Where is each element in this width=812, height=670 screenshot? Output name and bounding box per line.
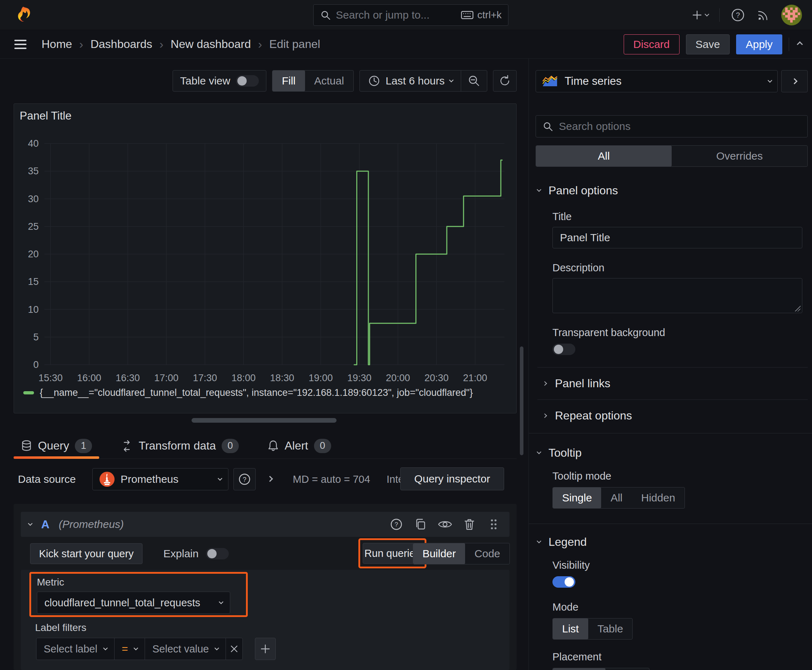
metric-select[interactable]: cloudflared_tunnel_total_requests	[37, 592, 230, 614]
series-color-swatch[interactable]	[23, 391, 34, 394]
remove-filter-button[interactable]	[225, 638, 243, 660]
all-tab[interactable]: All	[536, 146, 672, 166]
legend-visibility-toggle[interactable]	[553, 576, 575, 588]
legend-header[interactable]: Legend	[537, 535, 812, 549]
menu-icon[interactable]	[14, 40, 27, 49]
table-view-toggle[interactable]	[236, 75, 259, 86]
legend-table-option[interactable]: Table	[588, 618, 632, 639]
drag-query-handle[interactable]	[486, 516, 502, 532]
user-avatar[interactable]	[781, 5, 802, 25]
fill-option[interactable]: Fill	[273, 71, 305, 91]
tooltip-header[interactable]: Tooltip	[537, 446, 812, 460]
description-label: Description	[553, 262, 812, 274]
metric-label: Metric	[37, 577, 240, 588]
tooltip-all-option[interactable]: All	[601, 487, 632, 508]
tooltip-hidden-option[interactable]: Hidden	[632, 487, 685, 508]
chevron-down-icon	[219, 599, 224, 604]
panel-links-label: Panel links	[555, 377, 610, 390]
tab-transform-data[interactable]: Transform data 0	[114, 433, 246, 459]
operator-dropdown[interactable]: =	[114, 638, 145, 660]
max-datapoints-stat: MD = auto = 704	[293, 474, 370, 485]
panel-options-header[interactable]: Panel options	[537, 184, 812, 197]
datasource-help-button[interactable]: ?	[234, 468, 256, 490]
datasource-select[interactable]: Prometheus	[92, 468, 229, 490]
zoom-out-time-button[interactable]	[461, 74, 487, 87]
legend-list-option[interactable]: List	[553, 618, 588, 639]
description-textarea[interactable]	[553, 278, 802, 313]
copy-icon	[414, 518, 427, 531]
refresh-button[interactable]	[493, 70, 517, 91]
select-label-dropdown[interactable]: Select label	[36, 638, 115, 660]
delete-query-button[interactable]	[461, 516, 477, 532]
tab-query[interactable]: Query 1	[14, 433, 99, 459]
panel-toolbar: Table view Fill Actual Last 6 hours	[14, 70, 517, 91]
visualization-name: Time series	[565, 75, 762, 88]
repeat-options-label: Repeat options	[555, 409, 632, 422]
time-range-picker[interactable]: Last 6 hours	[360, 74, 461, 87]
refresh-icon	[498, 74, 512, 88]
builder-option[interactable]: Builder	[413, 543, 465, 564]
chevron-down-icon	[537, 539, 541, 543]
options-search-box[interactable]: Search options	[536, 115, 808, 137]
expand-options-chevron-right-icon[interactable]	[268, 476, 272, 482]
editor-tabs: Query 1 Transform data 0 Alert 0	[14, 433, 517, 459]
query-help-button[interactable]: ?	[388, 516, 404, 532]
title-input[interactable]: Panel Title	[553, 227, 802, 249]
select-value-dropdown[interactable]: Select value	[145, 638, 226, 660]
repeat-options-section[interactable]: Repeat options	[529, 400, 812, 431]
panel-resize-handle[interactable]	[192, 418, 337, 423]
new-button[interactable]	[691, 9, 709, 21]
duplicate-query-button[interactable]	[413, 516, 429, 532]
chevron-down-icon	[768, 78, 772, 83]
global-search-box[interactable]: Search or jump to... ctrl+k	[313, 4, 509, 26]
collapse-options-chevron-up-icon[interactable]	[797, 41, 803, 47]
tooltip-single-option[interactable]: Single	[553, 487, 601, 508]
legend-placement-label: Placement	[553, 651, 812, 663]
collapse-sidebar-button[interactable]	[781, 70, 808, 92]
news-button[interactable]	[756, 8, 770, 22]
grafana-logo-icon[interactable]	[14, 6, 32, 24]
legend-title: Legend	[549, 535, 587, 549]
series-label[interactable]: {__name__="cloudflared_tunnel_total_requ…	[40, 387, 473, 398]
help-button[interactable]: ?	[731, 7, 746, 22]
breadcrumb-new-dashboard[interactable]: New dashboard	[171, 37, 251, 51]
explain-label: Explain	[163, 548, 198, 560]
apply-button[interactable]: Apply	[736, 34, 782, 54]
legend-right-option[interactable]: Right	[605, 668, 649, 670]
chevron-down-icon	[537, 450, 541, 454]
svg-text:10: 10	[28, 304, 39, 315]
panel-links-section[interactable]: Panel links	[529, 367, 812, 399]
time-series-chart[interactable]: 051015202530354015:3016:0016:3017:0017:3…	[14, 104, 517, 414]
search-shortcut: ctrl+k	[461, 9, 502, 21]
save-button[interactable]: Save	[686, 34, 730, 54]
fill-actual-segmented: Fill Actual	[272, 70, 354, 91]
breadcrumb-home[interactable]: Home	[42, 37, 72, 51]
collapse-query-chevron-icon[interactable]	[28, 521, 32, 526]
rss-icon	[756, 8, 770, 22]
tab-alert[interactable]: Alert 0	[260, 433, 338, 459]
tooltip-mode-segmented: Single All Hidden	[553, 487, 685, 509]
explain-toggle[interactable]	[206, 548, 229, 559]
query-editor-card: A (Prometheus) ?	[14, 504, 517, 670]
top-bar: Search or jump to... ctrl+k	[0, 0, 812, 30]
transparent-background-toggle[interactable]	[553, 343, 575, 355]
visualization-select[interactable]: Time series	[536, 70, 778, 92]
svg-text:?: ?	[736, 11, 740, 19]
section-divider	[529, 524, 812, 524]
query-inspector-button[interactable]: Query inspector	[400, 467, 504, 490]
query-ref-row[interactable]: A (Prometheus) ?	[21, 512, 509, 537]
breadcrumb-dashboards[interactable]: Dashboards	[91, 37, 153, 51]
svg-text:17:30: 17:30	[193, 372, 217, 383]
datasource-row: Data source Prometheus ? MD = auto = 704…	[14, 467, 517, 491]
overrides-tab[interactable]: Overrides	[672, 146, 807, 166]
main-scrollbar-thumb[interactable]	[520, 347, 524, 455]
legend-bottom-option[interactable]: Bottom	[553, 668, 605, 670]
global-search-placeholder: Search or jump to...	[336, 9, 456, 21]
code-option[interactable]: Code	[465, 543, 509, 564]
resize-grip-icon[interactable]	[794, 305, 800, 311]
toggle-query-visibility-button[interactable]	[437, 516, 453, 532]
actual-option[interactable]: Actual	[305, 71, 353, 91]
discard-button[interactable]: Discard	[624, 34, 680, 54]
add-filter-button[interactable]	[255, 638, 276, 660]
kick-start-button[interactable]: Kick start your query	[30, 543, 142, 564]
